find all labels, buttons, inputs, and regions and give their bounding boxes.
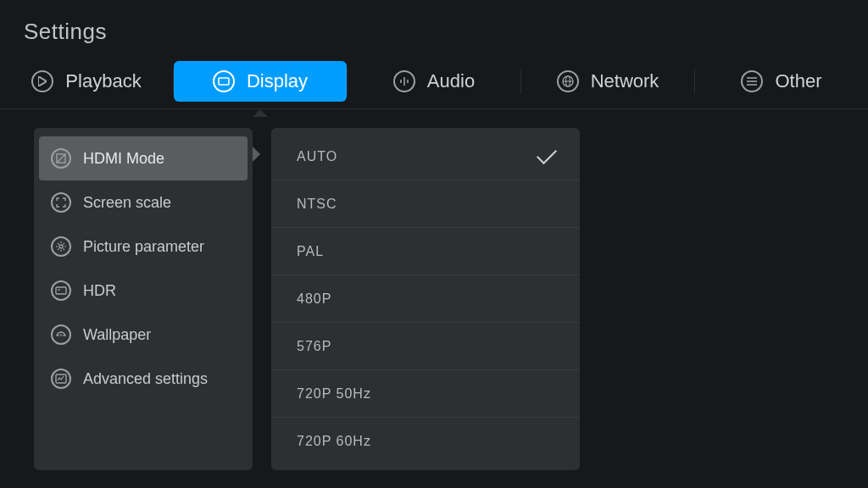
play-icon [31,70,53,92]
option-label: 480P [297,291,331,307]
content-area: HDMI Mode Screen scale Picture parameter… [0,109,868,470]
tab-network[interactable]: Network [521,70,694,92]
option-label: 720P 60Hz [297,434,371,449]
option-label: AUTO [297,149,337,164]
wallpaper-icon [51,324,71,345]
hdr-icon [51,280,71,301]
svg-point-13 [59,245,63,248]
sidebar-item-hdmi-mode[interactable]: HDMI Mode [39,136,248,180]
tab-display[interactable]: Display [174,61,347,102]
tab-bar: Playback Display Audio Network Other [0,53,868,109]
tab-label: Other [775,70,821,92]
sidebar-item-hdr[interactable]: HDR [39,269,248,313]
sidebar-item-wallpaper[interactable]: Wallpaper [39,313,248,357]
tab-label: Playback [65,70,141,92]
sidebar-item-advanced-settings[interactable]: Advanced settings [39,357,248,401]
sidebar-item-label: HDR [83,282,116,300]
page-title: Settings [0,0,868,45]
tab-label: Audio [427,70,475,92]
sidebar-item-label: Picture parameter [83,238,204,256]
sidebar-item-picture-parameter[interactable]: Picture parameter [39,225,248,269]
option-label: NTSC [297,197,337,212]
tab-playback[interactable]: Playback [0,70,173,92]
check-icon [537,143,557,164]
scale-icon [51,192,71,213]
tab-label: Display [247,70,308,92]
tab-other[interactable]: Other [695,70,868,92]
menu-icon [741,70,763,92]
sidebar-item-screen-scale[interactable]: Screen scale [39,180,248,225]
option-pal[interactable]: PAL [271,228,580,275]
svg-rect-14 [56,287,66,294]
audio-icon [393,70,415,92]
svg-line-12 [57,154,65,163]
option-720p-60hz[interactable]: 720P 60Hz [271,418,580,465]
option-label: 720P 50Hz [297,386,371,402]
network-icon [557,70,579,92]
option-label: PAL [297,244,324,259]
svg-rect-1 [219,78,229,85]
option-720p-50hz[interactable]: 720P 50Hz [271,370,580,418]
option-auto[interactable]: AUTO [271,133,580,180]
hdmi-icon [51,148,71,169]
settings-sidebar: HDMI Mode Screen scale Picture parameter… [34,128,253,470]
tab-label: Network [591,70,659,92]
option-576p[interactable]: 576P [271,323,580,370]
display-icon [213,70,235,92]
sidebar-item-label: Wallpaper [83,326,151,344]
tab-audio[interactable]: Audio [348,70,520,92]
option-label: 576P [297,339,331,354]
advanced-icon [51,369,71,389]
sidebar-item-label: Screen scale [83,194,171,212]
option-ntsc[interactable]: NTSC [271,180,580,228]
sidebar-item-label: Advanced settings [83,370,208,388]
svg-marker-0 [38,76,47,86]
options-panel: AUTO NTSC PAL 480P 576P 720P 50Hz 720P 6… [271,128,580,470]
picture-icon [51,236,71,257]
option-480p[interactable]: 480P [271,275,580,323]
sidebar-item-label: HDMI Mode [83,150,164,168]
